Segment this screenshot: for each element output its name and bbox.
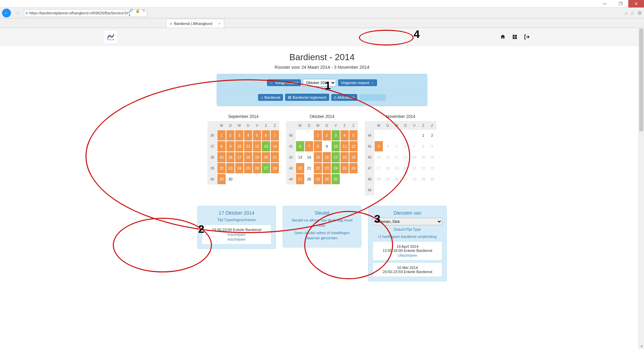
calendar-day[interactable]: 8 xyxy=(313,141,322,152)
settings-gear-icon[interactable]: ⚙ xyxy=(638,10,642,16)
calendar-day[interactable]: 9 xyxy=(226,141,235,152)
calendar-day[interactable]: 20 xyxy=(296,163,305,174)
scroll-down-arrow[interactable]: ▼ xyxy=(639,344,644,349)
calendar-day[interactable]: 23 xyxy=(428,163,437,174)
calendar-day[interactable]: 28 xyxy=(305,174,313,185)
calendar-day[interactable]: 14 xyxy=(410,152,419,163)
calendar-day[interactable]: 16 xyxy=(226,152,235,163)
calendar-day[interactable]: 30 xyxy=(428,174,437,185)
calendar-day[interactable]: 5 xyxy=(392,141,401,152)
search-dropdown-icon[interactable]: 🔎▾ xyxy=(129,9,133,17)
calendar-day[interactable]: 3 xyxy=(374,141,383,152)
calendar-day[interactable]: 1 xyxy=(217,130,226,141)
calendar-day[interactable]: 8 xyxy=(217,141,226,152)
calendar-day[interactable]: 12 xyxy=(253,141,261,152)
calendar-day[interactable]: 30 xyxy=(226,174,235,185)
home-icon[interactable] xyxy=(500,34,506,40)
calendar-day[interactable]: 2 xyxy=(428,130,437,141)
calendar-day[interactable]: 13 xyxy=(296,152,305,163)
calendar-day[interactable]: 27 xyxy=(401,174,410,185)
inschrijven-link-1[interactable]: Inschrijven xyxy=(205,232,268,237)
calendar-day[interactable]: 7 xyxy=(410,141,419,152)
calendar-day[interactable]: 11 xyxy=(383,152,392,163)
calendar-day[interactable]: 27 xyxy=(296,174,305,185)
calendar-day[interactable]: 4 xyxy=(244,130,253,141)
calendar-day[interactable]: 26 xyxy=(349,163,358,174)
calendar-day[interactable]: 3 xyxy=(235,130,244,141)
calendar-day[interactable]: 15 xyxy=(419,152,428,163)
calendar-day[interactable]: 21 xyxy=(305,163,313,174)
calendar-day[interactable]: 26 xyxy=(253,163,261,174)
calendar-day[interactable]: 7 xyxy=(305,141,313,152)
calendar-day[interactable]: 26 xyxy=(392,174,401,185)
calendar-day[interactable]: 10 xyxy=(374,152,383,163)
calendar-day[interactable]: 10 xyxy=(235,141,244,152)
calendar-day[interactable]: 1 xyxy=(313,130,322,141)
month-select[interactable]: Oktober 2014 xyxy=(303,79,336,86)
window-minimize-button[interactable]: — xyxy=(597,0,613,8)
calendar-day[interactable]: 22 xyxy=(419,163,428,174)
calendar-day[interactable]: 21 xyxy=(270,152,279,163)
calendar-day[interactable]: 3 xyxy=(331,130,340,141)
refresh-icon[interactable]: ↻ xyxy=(142,9,145,17)
calendar-day[interactable]: 27 xyxy=(261,163,270,174)
calendar-day[interactable]: 29 xyxy=(313,174,322,185)
calendar-day[interactable]: 2 xyxy=(226,130,235,141)
calendar-day[interactable]: 13 xyxy=(261,141,270,152)
knltb-logo[interactable]: KNLTB xyxy=(104,30,118,44)
calendar-day[interactable]: 19 xyxy=(392,163,401,174)
calendar-day[interactable]: 28 xyxy=(410,174,419,185)
calendar-day[interactable]: 16 xyxy=(322,152,331,163)
logout-icon[interactable] xyxy=(524,34,530,40)
calendar-day[interactable]: 13 xyxy=(401,152,410,163)
calendar-day[interactable]: 4 xyxy=(340,130,349,141)
calendar-day[interactable]: 19 xyxy=(349,152,358,163)
calendar-day[interactable]: 5 xyxy=(253,130,261,141)
calendar-day[interactable]: 29 xyxy=(419,174,428,185)
calendar-day[interactable]: 11 xyxy=(340,141,349,152)
calendar-day[interactable]: 18 xyxy=(244,152,253,163)
calendar-day[interactable]: 6 xyxy=(401,141,410,152)
calendar-day[interactable]: 15 xyxy=(313,152,322,163)
calendar-day[interactable]: 17 xyxy=(374,163,383,174)
calendar-day[interactable]: 15 xyxy=(217,152,226,163)
calendar-day[interactable]: 5 xyxy=(349,130,358,141)
scroll-thumb[interactable] xyxy=(639,29,643,131)
calendar-day[interactable]: 24 xyxy=(331,163,340,174)
calendar-day[interactable]: 22 xyxy=(313,163,322,174)
calendar-day[interactable]: 24 xyxy=(235,163,244,174)
calendar-day[interactable]: 17 xyxy=(331,152,340,163)
calendar-day[interactable]: 25 xyxy=(244,163,253,174)
close-tab-icon[interactable]: × xyxy=(218,22,220,26)
calendar-day[interactable]: 9 xyxy=(428,141,437,152)
calendar-day[interactable]: 20 xyxy=(261,152,270,163)
browser-tab[interactable]: e Bardienst | Afhangbord × xyxy=(166,19,224,28)
favorites-icon[interactable]: ☆ xyxy=(630,10,635,16)
inschrijven-link-2[interactable]: Inschrijven xyxy=(205,237,268,241)
calendar-day[interactable]: 6 xyxy=(261,130,270,141)
calendar-day[interactable]: 14 xyxy=(270,141,279,152)
calendar-day[interactable]: 30 xyxy=(322,174,331,185)
next-month-button[interactable]: Volgende maand → xyxy=(338,79,377,86)
calendar-day[interactable]: 12 xyxy=(392,152,401,163)
home-browser-icon[interactable]: ⌂ xyxy=(625,10,628,16)
forward-button[interactable]: → xyxy=(13,9,22,17)
calendar-day[interactable]: 10 xyxy=(331,141,340,152)
bardienst-button[interactable]: ⌂ Bardienst xyxy=(258,94,283,101)
uitschrijven-link[interactable]: Uitschrijven xyxy=(376,253,439,257)
calendar-day[interactable]: 19 xyxy=(253,152,261,163)
calendar-day[interactable]: 14 xyxy=(305,152,313,163)
calendar-day[interactable]: 21 xyxy=(410,163,419,174)
calendar-day[interactable]: 4 xyxy=(383,141,392,152)
grid-icon[interactable] xyxy=(512,34,518,40)
prev-month-button[interactable]: ← Vorige maand xyxy=(267,79,301,86)
calendar-day[interactable]: 1 xyxy=(419,130,428,141)
print-button[interactable]: ⎙ Afdrukken xyxy=(331,94,358,101)
calendar-day[interactable]: 23 xyxy=(226,163,235,174)
calendar-day[interactable]: 9 xyxy=(322,141,331,152)
calendar-day[interactable]: 6 xyxy=(296,141,305,152)
user-select[interactable]: Koopman, Dick xyxy=(373,218,442,225)
calendar-day[interactable]: 28 xyxy=(270,163,279,174)
back-button[interactable]: ← xyxy=(2,9,11,17)
reglement-button[interactable]: ▤ Bardienst reglement xyxy=(285,94,329,101)
